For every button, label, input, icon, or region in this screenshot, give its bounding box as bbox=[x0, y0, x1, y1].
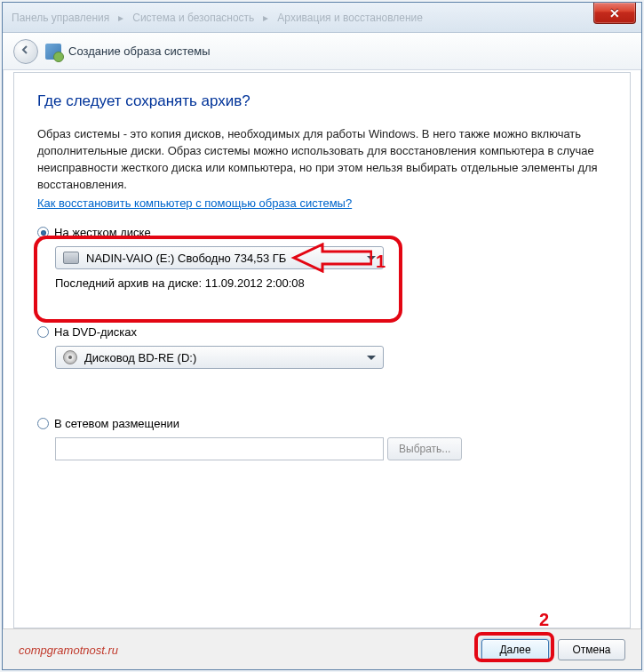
cancel-button[interactable]: Отмена bbox=[558, 639, 625, 660]
system-image-icon bbox=[45, 44, 61, 60]
option-network: В сетевом размещении Выбрать... bbox=[37, 417, 607, 460]
network-path-input[interactable] bbox=[55, 437, 384, 460]
wizard-title: Создание образа системы bbox=[68, 44, 211, 58]
hdd-dropdown-value: NADIN-VAIO (E:) Свободно 734,53 ГБ bbox=[86, 252, 286, 265]
hdd-dropdown[interactable]: NADIN-VAIO (E:) Свободно 734,53 ГБ bbox=[55, 246, 384, 269]
close-button[interactable]: ✕ bbox=[593, 3, 636, 24]
last-backup-info: Последний архив на диске: 11.09.2012 2:0… bbox=[55, 276, 607, 290]
content-area: Где следует сохранять архив? Образ систе… bbox=[13, 72, 631, 628]
radio-hdd-label: На жестком диске bbox=[54, 226, 151, 239]
radio-network[interactable] bbox=[37, 418, 49, 429]
browse-button[interactable]: Выбрать... bbox=[387, 437, 462, 460]
annotation-number-1: 1 bbox=[376, 252, 386, 272]
dvd-dropdown[interactable]: Дисковод BD-RE (D:) bbox=[55, 346, 384, 369]
harddrive-icon bbox=[63, 252, 79, 264]
chevron-down-icon bbox=[367, 356, 376, 360]
breadcrumb-item: Система и безопасность bbox=[132, 12, 254, 24]
arrow-left-icon bbox=[20, 44, 31, 58]
close-icon: ✕ bbox=[609, 6, 620, 20]
radio-hdd[interactable] bbox=[37, 227, 49, 238]
breadcrumb: Панель управления ▸ Система и безопаснос… bbox=[12, 12, 423, 24]
option-dvd: На DVD-дисках Дисковод BD-RE (D:) bbox=[37, 325, 607, 369]
annotation-number-2: 2 bbox=[539, 610, 549, 630]
next-button[interactable]: Далее bbox=[481, 639, 549, 660]
radio-dvd[interactable] bbox=[37, 326, 49, 338]
radio-network-label: В сетевом размещении bbox=[54, 417, 179, 430]
option-harddisk: На жестком диске NADIN-VAIO (E:) Свободн… bbox=[37, 226, 607, 290]
radio-row-hdd[interactable]: На жестком диске bbox=[37, 226, 607, 239]
wizard-window: Панель управления ▸ Система и безопаснос… bbox=[2, 2, 642, 670]
chevron-down-icon bbox=[367, 256, 376, 260]
breadcrumb-item: Панель управления bbox=[12, 12, 109, 24]
titlebar: Панель управления ▸ Система и безопаснос… bbox=[3, 3, 641, 33]
help-link[interactable]: Как восстановить компьютер с помощью обр… bbox=[37, 196, 352, 210]
dvd-dropdown-value: Дисковод BD-RE (D:) bbox=[84, 351, 196, 364]
radio-row-dvd[interactable]: На DVD-дисках bbox=[37, 325, 607, 339]
radio-dvd-label: На DVD-дисках bbox=[54, 325, 137, 339]
page-heading: Где следует сохранять архив? bbox=[37, 92, 607, 110]
watermark: compgramotnost.ru bbox=[19, 644, 118, 657]
radio-row-network[interactable]: В сетевом размещении bbox=[37, 417, 607, 430]
wizard-header: Создание образа системы bbox=[3, 33, 641, 70]
optical-drive-icon bbox=[63, 350, 77, 364]
description-text: Образ системы - это копия дисков, необхо… bbox=[37, 126, 607, 193]
breadcrumb-item: Архивация и восстановление bbox=[277, 12, 423, 24]
back-button[interactable] bbox=[13, 39, 38, 64]
